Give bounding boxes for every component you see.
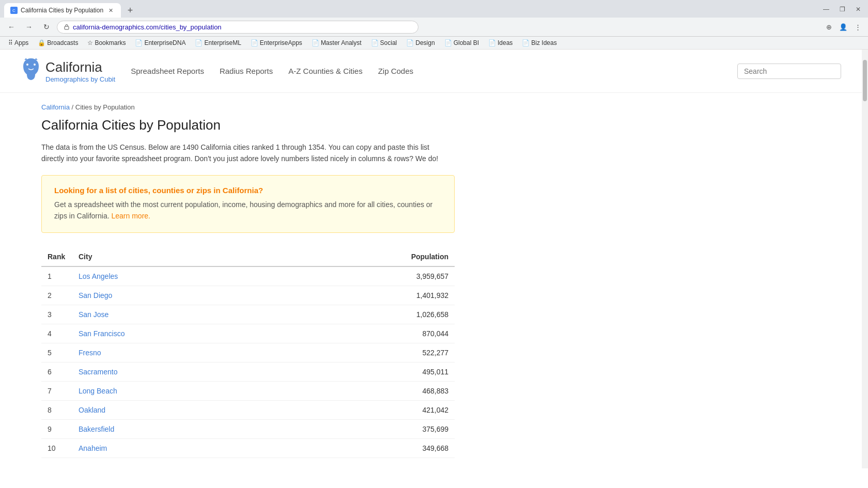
- col-header-population: Population: [279, 247, 455, 266]
- california-bear-icon: [21, 56, 41, 86]
- bookmark-label: Bookmarks: [95, 39, 126, 46]
- cell-population: 1,401,932: [279, 286, 455, 305]
- bookmark-ideas[interactable]: 📄 Ideas: [484, 38, 517, 48]
- cell-city: San Diego: [72, 286, 279, 305]
- cell-city: San Jose: [72, 305, 279, 324]
- cell-population: 3,959,657: [279, 266, 455, 286]
- nav-spreadsheet-reports[interactable]: Spreadsheet Reports: [131, 67, 204, 75]
- table-header-row: Rank City Population: [41, 247, 455, 266]
- cell-rank: 1: [41, 266, 72, 286]
- page-icon: 📄: [195, 39, 203, 46]
- cell-city: Fresno: [72, 343, 279, 362]
- bookmark-enterpriseapps[interactable]: 📄 EnterpriseApps: [246, 38, 306, 48]
- promo-learn-more-link[interactable]: Learn more.: [112, 212, 150, 220]
- col-header-rank: Rank: [41, 247, 72, 266]
- cell-rank: 10: [41, 438, 72, 458]
- table-row: 7 Long Beach 468,883: [41, 381, 455, 400]
- browser-tab[interactable]: C California Cities by Population ✕: [4, 3, 121, 18]
- city-link[interactable]: Fresno: [79, 349, 101, 357]
- city-link[interactable]: San Diego: [79, 291, 112, 300]
- cell-city: Bakersfield: [72, 419, 279, 438]
- page-icon: 📄: [371, 39, 379, 46]
- bookmark-apps[interactable]: ⠿ Apps: [4, 38, 33, 48]
- nav-right-icons: ⊕ 👤 ⋮: [823, 21, 864, 33]
- bookmark-label: Master Analyst: [321, 39, 362, 46]
- city-link[interactable]: Anaheim: [79, 444, 107, 452]
- tab-close-button[interactable]: ✕: [106, 6, 115, 14]
- nav-radius-reports[interactable]: Radius Reports: [220, 67, 273, 75]
- city-link[interactable]: Los Angeles: [79, 272, 118, 280]
- bookmark-masteranalyst[interactable]: 📄 Master Analyst: [307, 38, 366, 48]
- window-controls: — ❐ ✕: [820, 5, 864, 16]
- maximize-button[interactable]: ❐: [836, 5, 848, 14]
- bookmark-label: Broadcasts: [47, 39, 78, 46]
- cell-rank: 9: [41, 419, 72, 438]
- cell-population: 375,699: [279, 419, 455, 438]
- url-input[interactable]: [73, 23, 412, 31]
- scrollbar-track[interactable]: [862, 50, 868, 468]
- cell-rank: 8: [41, 400, 72, 419]
- cities-table: Rank City Population 1 Los Angeles 3,959…: [41, 247, 455, 458]
- bookmark-bizideas[interactable]: 📄 Biz Ideas: [518, 38, 561, 48]
- page-icon: 📄: [251, 39, 258, 46]
- cell-city: Sacramento: [72, 362, 279, 381]
- table-row: 3 San Jose 1,026,658: [41, 305, 455, 324]
- promo-title: Looking for a list of cities, counties o…: [54, 186, 442, 195]
- new-tab-button[interactable]: +: [123, 3, 137, 18]
- city-link[interactable]: San Jose: [79, 310, 109, 319]
- cell-population: 522,277: [279, 343, 455, 362]
- site-name: California: [45, 59, 115, 75]
- bookmark-label: Biz Ideas: [531, 39, 556, 46]
- cell-population: 349,668: [279, 438, 455, 458]
- cell-rank: 4: [41, 324, 72, 343]
- search-input[interactable]: [737, 64, 841, 79]
- bookmark-enterpriseml[interactable]: 📄 EnterpriseML: [191, 38, 245, 48]
- cell-population: 1,026,658: [279, 305, 455, 324]
- tab-favicon: C: [10, 7, 18, 14]
- nav-az-counties-cities[interactable]: A-Z Counties & Cities: [288, 67, 362, 75]
- minimize-button[interactable]: —: [820, 5, 832, 14]
- bookmark-label: Design: [415, 39, 435, 46]
- scrollbar-thumb[interactable]: [863, 60, 867, 101]
- menu-icon[interactable]: ⋮: [851, 21, 864, 33]
- bookmark-label: Ideas: [498, 39, 513, 46]
- table-row: 2 San Diego 1,401,932: [41, 286, 455, 305]
- star-icon: ☆: [87, 39, 93, 46]
- back-button[interactable]: ←: [4, 20, 19, 34]
- cell-population: 468,883: [279, 381, 455, 400]
- cell-rank: 7: [41, 381, 72, 400]
- bookmark-label: EnterpriseApps: [260, 39, 302, 46]
- nav-zip-codes[interactable]: Zip Codes: [378, 67, 413, 75]
- extensions-icon[interactable]: ⊕: [823, 21, 835, 33]
- cell-city: Los Angeles: [72, 266, 279, 286]
- city-link[interactable]: Bakersfield: [79, 425, 114, 433]
- col-header-city: City: [72, 247, 279, 266]
- reload-button[interactable]: ↻: [39, 20, 54, 34]
- table-row: 6 Sacramento 495,011: [41, 362, 455, 381]
- bookmark-globalbi[interactable]: 📄 Global BI: [440, 38, 483, 48]
- bookmark-enterprisedna[interactable]: 📄 EnterpriseDNA: [131, 38, 190, 48]
- breadcrumb: California / Cities by Population: [41, 103, 455, 111]
- svg-point-2: [34, 64, 36, 66]
- bookmark-label: EnterpriseDNA: [144, 39, 185, 46]
- close-button[interactable]: ✕: [853, 5, 864, 14]
- apps-icon: ⠿: [8, 39, 13, 46]
- city-link[interactable]: San Francisco: [79, 329, 125, 338]
- bookmark-bookmarks[interactable]: ☆ Bookmarks: [83, 38, 130, 48]
- cell-rank: 3: [41, 305, 72, 324]
- cell-rank: 5: [41, 343, 72, 362]
- bookmark-social[interactable]: 📄 Social: [367, 38, 401, 48]
- city-link[interactable]: Sacramento: [79, 368, 117, 376]
- bookmark-design[interactable]: 📄 Design: [402, 38, 439, 48]
- lock-icon: [64, 24, 70, 30]
- bookmark-broadcasts[interactable]: 🔒 Broadcasts: [34, 38, 82, 48]
- address-bar[interactable]: [57, 21, 419, 34]
- cell-city: Oakland: [72, 400, 279, 419]
- forward-button[interactable]: →: [22, 20, 36, 34]
- breadcrumb-root-link[interactable]: California: [41, 103, 70, 111]
- profile-icon[interactable]: 👤: [837, 21, 849, 33]
- city-link[interactable]: Long Beach: [79, 387, 117, 395]
- table-row: 5 Fresno 522,277: [41, 343, 455, 362]
- tab-title: California Cities by Population: [21, 7, 103, 14]
- city-link[interactable]: Oakland: [79, 406, 105, 414]
